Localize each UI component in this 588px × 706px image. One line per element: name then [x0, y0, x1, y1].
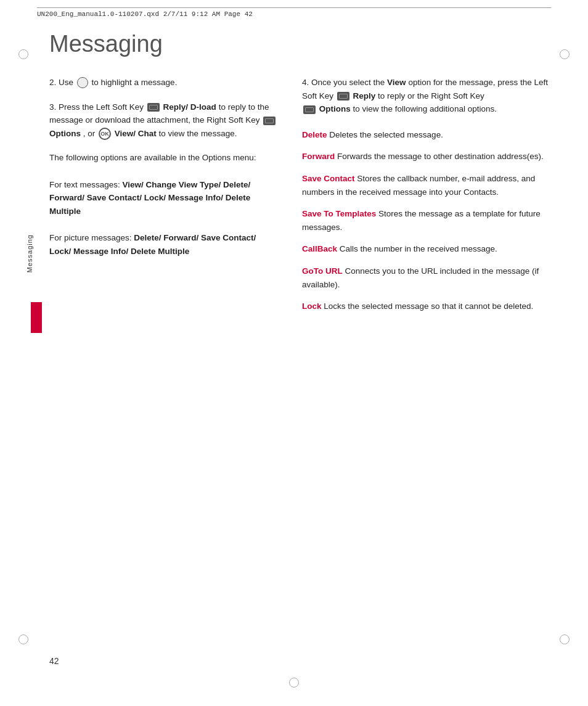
- definition-item-5: GoTo URL Connects you to the URL include…: [302, 265, 551, 291]
- def-term-0: Delete: [302, 130, 327, 139]
- def-term-6: Lock: [302, 302, 322, 311]
- reg-mark-bottom-center: [289, 678, 299, 688]
- step-3-or: , or: [83, 129, 97, 138]
- definition-item-6: Lock Locks the selected message so that …: [302, 300, 551, 313]
- page-title: Messaging: [49, 31, 551, 57]
- def-desc-6: Locks the selected message so that it ca…: [322, 302, 534, 311]
- right-soft-key-icon: [263, 117, 276, 125]
- ok-icon: OK: [99, 128, 111, 140]
- options-intro-text: The following options are available in t…: [49, 151, 277, 165]
- def-term-4: CallBack: [302, 244, 337, 253]
- definition-item-2: Save Contact Stores the callback number,…: [302, 172, 551, 199]
- step-3-bold1: Reply/ D-load: [163, 102, 216, 112]
- def-desc-4: Calls the number in the received message…: [337, 244, 497, 253]
- step-2: 2. Use to highlight a message.: [49, 76, 277, 89]
- def-term-3: Save To Templates: [302, 209, 376, 218]
- reg-mark-left-top: [18, 49, 28, 59]
- definition-item-1: Forward Forwards the message to other de…: [302, 150, 551, 163]
- left-column: 2. Use to highlight a message. 3. Press …: [49, 76, 277, 322]
- step-4-reply: Reply: [353, 91, 376, 101]
- step-4-options: Options: [319, 104, 351, 113]
- def-term-5: GoTo URL: [302, 266, 343, 276]
- left-soft-key-r-icon: [337, 92, 349, 101]
- sidebar-label: Messaging: [26, 234, 33, 273]
- reg-mark-right-top: [560, 49, 570, 59]
- options-section: The following options are available in t…: [49, 151, 277, 258]
- step-3: 3. Press the Left Soft Key Reply/ D-load…: [49, 101, 277, 141]
- nav-icon: [77, 77, 88, 88]
- definitions-list: Delete Deletes the selected message.Forw…: [302, 128, 551, 313]
- right-column: 4. Once you select the View option for t…: [302, 76, 551, 322]
- definition-item-0: Delete Deletes the selected message.: [302, 128, 551, 142]
- columns: 2. Use to highlight a message. 3. Press …: [49, 76, 551, 322]
- definition-item-4: CallBack Calls the number in the receive…: [302, 242, 551, 256]
- definition-item-3: Save To Templates Stores the message as …: [302, 207, 551, 234]
- def-term-2: Save Contact: [302, 174, 355, 183]
- step-4-text4: to view the following additional options…: [353, 104, 497, 113]
- step-4: 4. Once you select the View option for t…: [302, 76, 551, 116]
- def-term-1: Forward: [302, 152, 335, 161]
- main-content: Messaging 2. Use to highlight a message.…: [49, 31, 551, 669]
- text-messages-section: For text messages: View/ Change View Typ…: [49, 178, 277, 218]
- page-container: UN200_Eng_manual1.0-110207.qxd 2/7/11 9:…: [0, 0, 588, 706]
- step-4-view: View: [387, 78, 406, 87]
- step-3-options: Options: [49, 129, 81, 138]
- step-4-text3: to reply or the Right Soft Key: [378, 91, 484, 101]
- reg-mark-right-bottom: [560, 634, 570, 644]
- left-soft-key-icon: [147, 103, 160, 112]
- reg-mark-left-bottom: [18, 634, 28, 644]
- step-4-num: 4. Once you select the: [302, 78, 387, 87]
- picture-messages-section: For picture messages: Delete/ Forward/ S…: [49, 231, 277, 258]
- step-2-text: to highlight a message.: [92, 78, 178, 87]
- header-text: UN200_Eng_manual1.0-110207.qxd 2/7/11 9:…: [37, 10, 253, 18]
- header-bar: UN200_Eng_manual1.0-110207.qxd 2/7/11 9:…: [37, 7, 551, 18]
- right-soft-key-r-icon: [303, 105, 316, 114]
- step-3-viewchat: View/ Chat: [115, 129, 157, 138]
- step-3-number: 3. Press the Left Soft Key: [49, 102, 146, 112]
- step-2-number: 2. Use: [49, 78, 76, 87]
- sidebar-color-bar: [31, 302, 42, 333]
- step-3-end: to view the message.: [159, 129, 237, 138]
- def-desc-0: Deletes the selected message.: [327, 130, 443, 139]
- def-desc-1: Forwards the message to other destinatio…: [335, 152, 543, 161]
- text-messages-label: For text messages:: [49, 180, 123, 189]
- picture-messages-label: For picture messages:: [49, 233, 134, 242]
